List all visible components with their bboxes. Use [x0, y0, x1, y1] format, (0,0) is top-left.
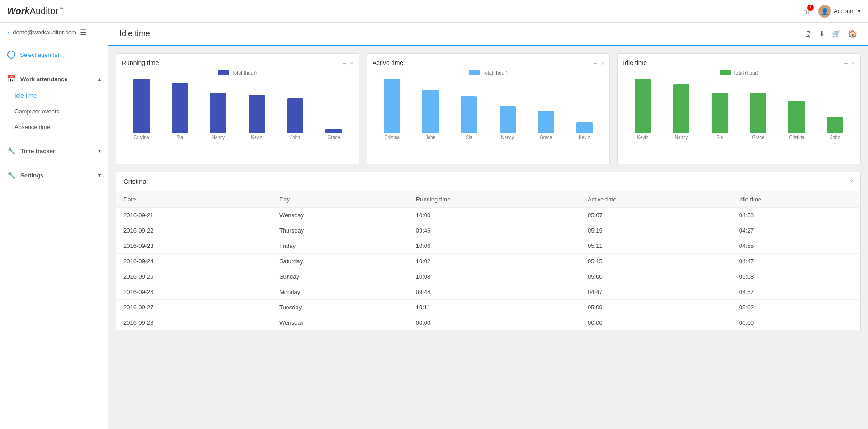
- bar-group: John: [413, 90, 448, 140]
- col-active: Active time: [580, 191, 732, 208]
- home-button[interactable]: 🏠: [848, 29, 857, 38]
- sidebar: › demo@workauditor.com ☰ Select agent(s)…: [0, 23, 108, 429]
- sidebar-group-work-attendance[interactable]: 📅 Work attendance ▴: [0, 70, 108, 88]
- bar-group: Cristina: [779, 101, 815, 140]
- computer-events-label: Computer events: [14, 108, 59, 115]
- table-cell-date: 2016-09-26: [116, 284, 272, 300]
- bar[interactable]: [673, 84, 689, 133]
- bar-group: Kevin: [566, 122, 602, 140]
- bar[interactable]: [500, 106, 516, 133]
- table-row: 2016-09-27Tuesday10:1105:0905:02: [116, 300, 860, 315]
- bar[interactable]: [827, 117, 843, 133]
- table-cell-day: Tuesday: [272, 300, 409, 315]
- bar-label: John: [290, 135, 300, 140]
- bar-label: Sia: [176, 135, 183, 140]
- sidebar-item-computer-events[interactable]: Computer events: [0, 103, 108, 119]
- col-day: Day: [272, 191, 409, 208]
- table-row: 2016-09-26Monday09:4404:4704:57: [116, 284, 860, 300]
- bar[interactable]: [576, 122, 593, 133]
- bar[interactable]: [712, 93, 728, 133]
- col-idle: Idle time: [732, 191, 860, 208]
- sidebar-item-absence-time[interactable]: Absence time: [0, 119, 108, 135]
- detail-table-head: Date Day Running time Active time Idle t…: [116, 191, 860, 208]
- account-button[interactable]: 👤 Account ▾: [818, 5, 861, 18]
- bar[interactable]: [788, 101, 805, 133]
- sidebar-group-time-tracker[interactable]: 🔧 Time tracker ▾: [0, 142, 108, 159]
- sidebar-item-idle-time[interactable]: Idle time: [0, 88, 108, 103]
- page-title: Idle time: [119, 29, 150, 38]
- calendar-icon: 📅: [7, 75, 16, 83]
- hamburger-button[interactable]: ☰: [80, 28, 86, 37]
- col-date: Date: [116, 191, 272, 208]
- detail-close-icon[interactable]: ×: [849, 178, 853, 185]
- table-row: 2016-09-28Wensday00:0000:0000:00: [116, 315, 860, 331]
- detail-card-controls: – ×: [843, 178, 853, 185]
- sidebar-group-settings[interactable]: 🔧 Settings ▾: [0, 167, 108, 184]
- table-cell-idle: 04:53: [732, 208, 860, 223]
- bar-label: Cristina: [134, 135, 149, 140]
- bar[interactable]: [538, 111, 554, 133]
- download-button[interactable]: ⬇: [819, 29, 825, 38]
- bar-group: John: [817, 117, 853, 140]
- notifications-button[interactable]: ☆ 3: [804, 6, 811, 16]
- bar[interactable]: [210, 93, 226, 133]
- idle-time-legend: Total (hour): [623, 70, 855, 75]
- logo-trademark: ™: [58, 7, 64, 11]
- logo-auditor: Auditor: [30, 6, 58, 16]
- table-cell-active: 05:09: [580, 300, 732, 315]
- running-time-collapse-icon[interactable]: –: [343, 60, 346, 66]
- table-cell-running: 10:08: [409, 269, 580, 284]
- bar[interactable]: [384, 79, 400, 133]
- bar[interactable]: [326, 129, 342, 133]
- bar-label: John: [425, 135, 435, 140]
- detail-table: Date Day Running time Active time Idle t…: [116, 191, 860, 331]
- table-cell-idle: 04:27: [732, 223, 860, 238]
- bar[interactable]: [249, 95, 265, 133]
- idle-time-close-icon[interactable]: ×: [851, 60, 855, 66]
- running-time-controls: – ×: [343, 60, 354, 66]
- bar-label: Cristina: [384, 135, 400, 140]
- print-button[interactable]: 🖨: [804, 30, 811, 38]
- bar-label: Grace: [327, 135, 340, 140]
- idle-time-collapse-icon[interactable]: –: [844, 60, 848, 66]
- table-cell-day: Monday: [272, 284, 409, 300]
- select-agents-label: Select agent(s): [20, 51, 59, 58]
- bar[interactable]: [287, 98, 303, 134]
- table-cell-running: 10:06: [409, 238, 580, 254]
- bar-label: Kevin: [637, 135, 648, 140]
- bar[interactable]: [172, 83, 188, 134]
- cart-button[interactable]: 🛒: [832, 29, 841, 38]
- table-cell-active: 05:00: [580, 269, 732, 284]
- detail-collapse-icon[interactable]: –: [843, 178, 846, 185]
- running-time-card-header: Running time – ×: [122, 59, 354, 66]
- idle-time-legend-label: Total (hour): [733, 70, 759, 75]
- table-cell-idle: 05:08: [732, 269, 860, 284]
- bar[interactable]: [635, 79, 651, 133]
- idle-time-bars: KevinNancySiaGraceCristinaJohn: [623, 77, 855, 140]
- bar[interactable]: [750, 93, 766, 133]
- running-time-chart-card: Running time – × Total (hour) CristinaSi…: [116, 53, 359, 164]
- table-cell-running: 10:02: [409, 254, 580, 269]
- bar-group: Nancy: [663, 84, 699, 140]
- table-cell-running: 00:00: [409, 315, 580, 331]
- idle-time-title: Idle time: [623, 59, 647, 66]
- bar[interactable]: [422, 90, 439, 133]
- active-time-close-icon[interactable]: ×: [601, 60, 604, 66]
- account-label: Account: [834, 8, 855, 14]
- table-row: 2016-09-25Sunday10:0805:0005:08: [116, 269, 860, 284]
- active-time-collapse-icon[interactable]: –: [594, 60, 597, 66]
- table-cell-date: 2016-09-23: [116, 238, 272, 254]
- idle-time-chart: KevinNancySiaGraceCristinaJohn: [623, 77, 855, 159]
- running-time-legend-box: [218, 70, 229, 75]
- detail-card: Cristina – × Date Day Running time Activ…: [116, 172, 861, 331]
- table-row: 2016-09-24Saturday10:0205:1504:47: [116, 254, 860, 269]
- sidebar-item-select-agents[interactable]: Select agent(s): [0, 46, 108, 63]
- bar[interactable]: [461, 96, 477, 133]
- running-time-title: Running time: [122, 59, 159, 66]
- bar-group: John: [277, 98, 313, 140]
- bar-group: Kevin: [625, 79, 660, 140]
- running-time-close-icon[interactable]: ×: [350, 60, 354, 66]
- bar[interactable]: [133, 79, 150, 133]
- table-cell-date: 2016-09-27: [116, 300, 272, 315]
- main-content: Idle time 🖨 ⬇ 🛒 🏠 Running time – ×: [108, 23, 868, 429]
